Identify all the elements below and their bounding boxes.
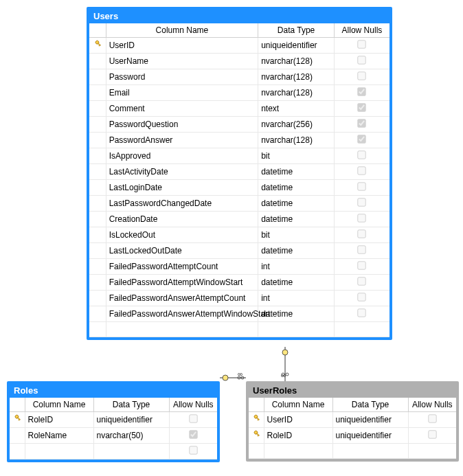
column-name-cell[interactable]: RoleName	[25, 428, 93, 444]
column-name-cell[interactable]: PasswordQuestion	[106, 117, 258, 133]
allow-nulls-checkbox[interactable]	[358, 198, 366, 206]
allow-nulls-cell[interactable]	[169, 428, 217, 444]
table-row[interactable]: LastLoginDatedatetime	[89, 180, 389, 196]
allow-nulls-checkbox[interactable]	[358, 182, 366, 190]
table-row[interactable]: PasswordAnswernvarchar(128)	[89, 133, 389, 148]
data-type-cell[interactable]: datetime	[258, 196, 335, 212]
allow-nulls-cell[interactable]	[334, 227, 389, 243]
allow-nulls-checkbox[interactable]	[358, 103, 366, 111]
allow-nulls-checkbox[interactable]	[428, 414, 436, 422]
data-type-cell[interactable]: nvarchar(50)	[93, 428, 169, 444]
table-row[interactable]: LastActivityDatedatetime	[89, 164, 389, 180]
column-name-cell[interactable]: RoleID	[264, 428, 332, 444]
column-name-cell[interactable]: Email	[106, 85, 258, 101]
table-row[interactable]: IsApprovedbit	[89, 148, 389, 164]
allow-nulls-checkbox[interactable]	[358, 293, 366, 301]
column-name-cell[interactable]: UserID	[264, 412, 332, 428]
allow-nulls-cell[interactable]	[334, 54, 389, 69]
allow-nulls-cell[interactable]	[334, 69, 389, 85]
allow-nulls-checkbox[interactable]	[358, 245, 366, 253]
table-row-empty[interactable]	[89, 322, 389, 337]
allow-nulls-cell[interactable]	[334, 117, 389, 133]
data-type-cell[interactable]: datetime	[258, 164, 335, 180]
allow-nulls-cell[interactable]	[408, 412, 456, 428]
column-name-cell[interactable]: CreationDate	[106, 212, 258, 227]
allow-nulls-cell[interactable]	[334, 259, 389, 275]
allow-nulls-checkbox[interactable]	[189, 430, 197, 438]
table-row[interactable]: LastLockedOutDatedatetime	[89, 243, 389, 259]
table-row-empty[interactable]	[10, 444, 217, 460]
allow-nulls-checkbox[interactable]	[358, 214, 366, 222]
allow-nulls-checkbox[interactable]	[358, 71, 366, 80]
column-name-cell[interactable]: FailedPasswordAnswerAttemptCount	[106, 291, 258, 306]
column-name-cell[interactable]: RoleID	[25, 412, 93, 428]
column-name-cell[interactable]: LastPasswordChangedDate	[106, 196, 258, 212]
column-name-cell[interactable]: LastLoginDate	[106, 180, 258, 196]
allow-nulls-cell[interactable]	[408, 428, 456, 444]
data-type-cell[interactable]: int	[258, 259, 335, 275]
allow-nulls-checkbox[interactable]	[358, 150, 366, 159]
column-name-cell[interactable]: Comment	[106, 101, 258, 117]
data-type-cell[interactable]: datetime	[258, 306, 335, 322]
data-type-cell[interactable]: int	[258, 291, 335, 306]
data-type-cell[interactable]: ntext	[258, 101, 335, 117]
column-name-cell[interactable]: IsLockedOut	[106, 227, 258, 243]
allow-nulls-cell[interactable]	[334, 212, 389, 227]
column-name-cell[interactable]: FailedPasswordAttemptWindowStart	[106, 275, 258, 291]
table-row[interactable]: RoleIDuniqueidentifier	[10, 412, 217, 428]
allow-nulls-checkbox[interactable]	[189, 446, 197, 454]
allow-nulls-cell[interactable]	[334, 196, 389, 212]
allow-nulls-checkbox[interactable]	[358, 229, 366, 238]
allow-nulls-cell[interactable]	[334, 243, 389, 259]
table-row[interactable]: FailedPasswordAnswerAttemptCountint	[89, 291, 389, 306]
column-name-cell[interactable]: IsApproved	[106, 148, 258, 164]
table-row[interactable]: LastPasswordChangedDatedatetime	[89, 196, 389, 212]
data-type-cell[interactable]: nvarchar(128)	[258, 69, 335, 85]
allow-nulls-checkbox[interactable]	[358, 87, 366, 95]
table-row[interactable]: RoleNamenvarchar(50)	[10, 428, 217, 444]
table-userroles[interactable]: UserRoles Column Name Data Type Allow Nu…	[246, 381, 459, 462]
allow-nulls-cell[interactable]	[334, 101, 389, 117]
table-row[interactable]: PasswordQuestionnvarchar(256)	[89, 117, 389, 133]
data-type-cell[interactable]: uniqueidentifier	[332, 428, 408, 444]
table-row[interactable]: Emailnvarchar(128)	[89, 85, 389, 101]
allow-nulls-cell[interactable]	[334, 180, 389, 196]
table-row[interactable]: FailedPasswordAnswerAttemptWindowStartda…	[89, 306, 389, 322]
table-row[interactable]: IsLockedOutbit	[89, 227, 389, 243]
data-type-cell[interactable]: uniqueidentifier	[93, 412, 169, 428]
allow-nulls-cell[interactable]	[334, 133, 389, 148]
allow-nulls-cell[interactable]	[334, 291, 389, 306]
column-name-cell[interactable]: FailedPasswordAttemptCount	[106, 259, 258, 275]
allow-nulls-checkbox[interactable]	[358, 277, 366, 285]
allow-nulls-checkbox[interactable]	[189, 414, 197, 422]
table-roles[interactable]: Roles Column Name Data Type Allow Nulls …	[7, 381, 220, 462]
table-row[interactable]: UserIDuniqueidentifier	[89, 38, 389, 54]
column-name-cell[interactable]: LastLockedOutDate	[106, 243, 258, 259]
table-row[interactable]: FailedPasswordAttemptCountint	[89, 259, 389, 275]
table-row[interactable]: CreationDatedatetime	[89, 212, 389, 227]
allow-nulls-checkbox[interactable]	[428, 430, 436, 438]
data-type-cell[interactable]: nvarchar(128)	[258, 54, 335, 69]
allow-nulls-checkbox[interactable]	[358, 56, 366, 64]
table-row[interactable]: UserNamenvarchar(128)	[89, 54, 389, 69]
allow-nulls-cell[interactable]	[334, 148, 389, 164]
table-row-empty[interactable]	[249, 444, 456, 459]
table-row[interactable]: UserIDuniqueidentifier	[249, 412, 456, 428]
data-type-cell[interactable]: nvarchar(128)	[258, 85, 335, 101]
table-row[interactable]: Passwordnvarchar(128)	[89, 69, 389, 85]
allow-nulls-checkbox[interactable]	[358, 166, 366, 174]
allow-nulls-cell[interactable]	[334, 85, 389, 101]
allow-nulls-checkbox[interactable]	[358, 261, 366, 269]
allow-nulls-cell[interactable]	[334, 275, 389, 291]
table-users[interactable]: Users Column Name Data Type Allow Nulls …	[87, 7, 392, 340]
allow-nulls-checkbox[interactable]	[358, 40, 366, 48]
allow-nulls-cell[interactable]	[334, 306, 389, 322]
allow-nulls-checkbox[interactable]	[358, 119, 366, 127]
data-type-cell[interactable]: datetime	[258, 212, 335, 227]
table-row[interactable]: RoleIDuniqueidentifier	[249, 428, 456, 444]
data-type-cell[interactable]: bit	[258, 148, 335, 164]
data-type-cell[interactable]: datetime	[258, 275, 335, 291]
column-name-cell[interactable]: PasswordAnswer	[106, 133, 258, 148]
allow-nulls-cell[interactable]	[334, 38, 389, 54]
data-type-cell[interactable]: uniqueidentifier	[332, 412, 408, 428]
